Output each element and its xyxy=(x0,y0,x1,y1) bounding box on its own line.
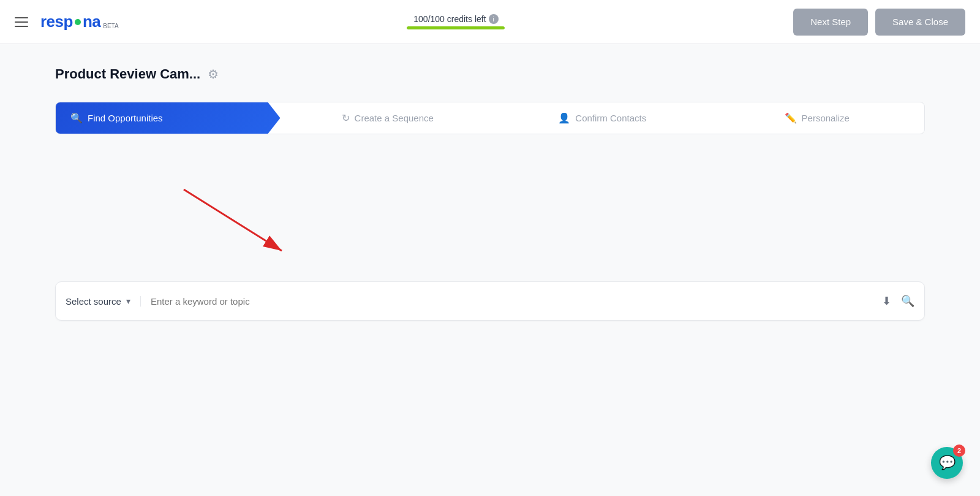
svg-line-1 xyxy=(184,189,282,251)
annotation-arrow-container xyxy=(55,171,925,281)
logo-beta: BETA xyxy=(103,23,118,29)
settings-icon[interactable]: ⚙ xyxy=(208,67,219,82)
confirm-contacts-label: Confirm Contacts xyxy=(575,113,646,123)
step-personalize[interactable]: ✏️ Personalize xyxy=(710,102,925,134)
app-header: resp na BETA 100/100 credits left i Next… xyxy=(0,0,980,44)
header-left: resp na BETA xyxy=(15,12,119,31)
credits-section: 100/100 credits left i xyxy=(407,14,505,29)
credits-text: 100/100 credits left xyxy=(413,14,486,24)
confirm-contacts-icon: 👤 xyxy=(558,112,570,124)
keyword-input[interactable] xyxy=(141,296,882,307)
step-create-sequence[interactable]: ↻ Create a Sequence xyxy=(281,102,496,134)
create-sequence-icon: ↻ xyxy=(342,112,350,124)
credits-progress-bar xyxy=(407,26,505,29)
personalize-label: Personalize xyxy=(802,113,850,123)
red-arrow-annotation xyxy=(147,171,318,269)
credits-progress-fill xyxy=(407,26,505,29)
main-content: Product Review Cam... ⚙ 🔍 Find Opportuni… xyxy=(31,44,949,343)
logo-dot xyxy=(75,19,81,25)
find-opportunities-label: Find Opportunities xyxy=(88,113,163,123)
search-bar: Select source ▾ ⬇ 🔍 xyxy=(55,281,925,321)
find-opportunities-icon: 🔍 xyxy=(70,112,83,124)
header-actions: Next Step Save & Close xyxy=(793,9,965,36)
campaign-title: Product Review Cam... xyxy=(55,66,200,82)
search-icon[interactable]: 🔍 xyxy=(901,294,914,308)
source-selector[interactable]: Select source ▾ xyxy=(66,296,141,307)
download-icon[interactable]: ⬇ xyxy=(882,294,891,308)
source-label: Select source xyxy=(66,296,121,307)
logo: resp na BETA xyxy=(40,12,119,31)
step-confirm-contacts[interactable]: 👤 Confirm Contacts xyxy=(495,102,710,134)
chevron-down-icon: ▾ xyxy=(126,296,130,306)
search-action-icons: ⬇ 🔍 xyxy=(882,294,914,308)
step-find-opportunities[interactable]: 🔍 Find Opportunities xyxy=(56,102,281,134)
logo-text-part2: na xyxy=(83,12,100,31)
save-close-button[interactable]: Save & Close xyxy=(875,9,965,36)
create-sequence-label: Create a Sequence xyxy=(355,113,434,123)
credits-info: 100/100 credits left i xyxy=(413,14,498,24)
logo-text-part1: resp xyxy=(40,12,73,31)
hamburger-menu[interactable] xyxy=(15,17,28,27)
steps-nav: 🔍 Find Opportunities ↻ Create a Sequence… xyxy=(55,102,925,134)
campaign-title-row: Product Review Cam... ⚙ xyxy=(55,66,925,82)
next-step-button[interactable]: Next Step xyxy=(793,9,868,36)
personalize-icon: ✏️ xyxy=(785,112,797,124)
credits-info-icon[interactable]: i xyxy=(489,14,499,24)
